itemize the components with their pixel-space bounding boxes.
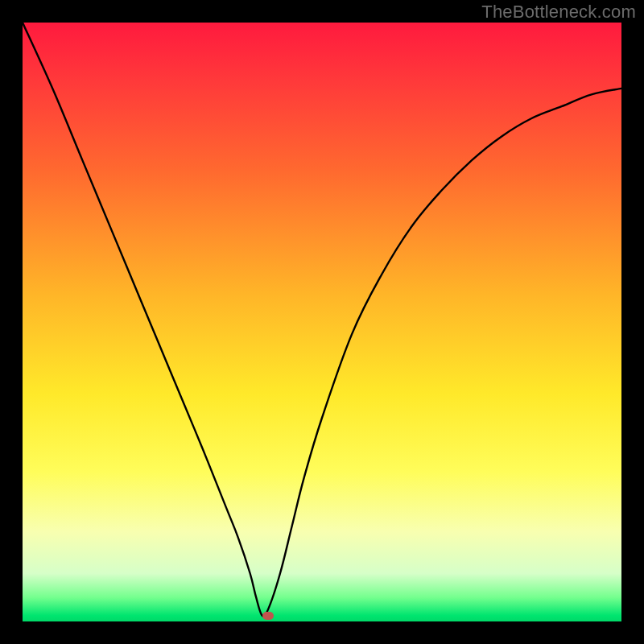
optimum-marker xyxy=(262,612,274,620)
plot-area xyxy=(23,23,621,621)
chart-frame: TheBottleneck.com xyxy=(0,0,644,644)
bottleneck-curve xyxy=(23,23,621,621)
watermark-text: TheBottleneck.com xyxy=(481,2,636,23)
